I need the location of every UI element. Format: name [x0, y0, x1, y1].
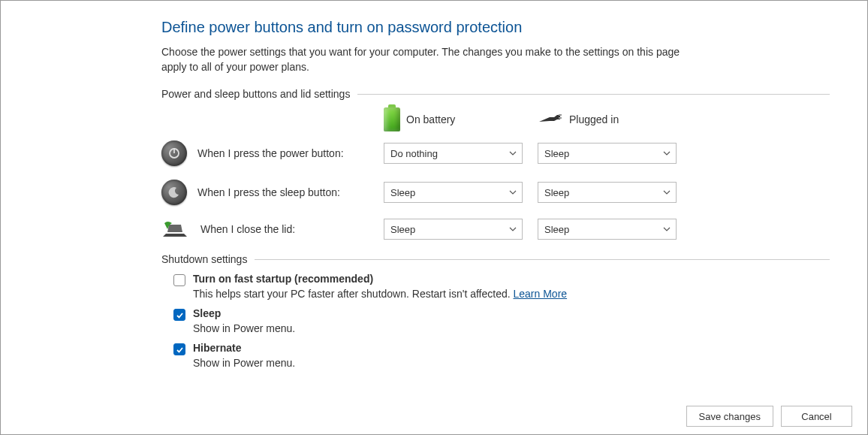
- select-sleep-plugged[interactable]: Sleep: [538, 182, 677, 203]
- svg-rect-1: [559, 117, 562, 119]
- select-power-plugged-value: Sleep: [544, 148, 569, 159]
- cancel-button[interactable]: Cancel: [781, 406, 852, 427]
- plug-icon: [538, 113, 563, 126]
- label-sleep: Sleep: [193, 307, 221, 319]
- section-power-lid-label: Power and sleep buttons and lid settings: [161, 88, 357, 100]
- select-power-plugged[interactable]: Sleep: [538, 143, 677, 164]
- select-sleep-plugged-value: Sleep: [544, 187, 569, 198]
- desc-fast-startup: This helps start your PC faster after sh…: [193, 288, 514, 300]
- checkbox-fast-startup[interactable]: [173, 274, 185, 286]
- row-sleep-label: When I press the sleep button:: [197, 186, 340, 198]
- chevron-down-icon: [508, 188, 517, 197]
- select-lid-plugged-value: Sleep: [544, 224, 569, 235]
- desc-sleep: Show in Power menu.: [193, 322, 830, 334]
- select-power-battery[interactable]: Do nothing: [384, 143, 523, 164]
- desc-hibernate: Show in Power menu.: [193, 357, 830, 369]
- chevron-down-icon: [662, 149, 671, 158]
- divider: [255, 259, 830, 260]
- select-sleep-battery[interactable]: Sleep: [384, 182, 523, 203]
- col-header-battery: On battery: [406, 113, 455, 125]
- select-lid-battery[interactable]: Sleep: [384, 219, 523, 240]
- row-power-label: When I press the power button:: [197, 147, 344, 159]
- row-lid-label: When I close the lid:: [200, 223, 295, 235]
- section-shutdown: Shutdown settings: [161, 253, 830, 265]
- lid-icon: [161, 219, 190, 240]
- select-power-battery-value: Do nothing: [390, 148, 438, 159]
- divider: [357, 94, 830, 95]
- select-lid-plugged[interactable]: Sleep: [538, 219, 677, 240]
- sleep-icon: [161, 180, 187, 205]
- select-lid-battery-value: Sleep: [390, 224, 415, 235]
- page-title: Define power buttons and turn on passwor…: [161, 19, 830, 36]
- checkbox-hibernate[interactable]: [173, 343, 185, 355]
- battery-icon: [384, 107, 400, 131]
- col-header-plugged: Plugged in: [569, 113, 619, 125]
- label-fast-startup: Turn on fast startup (recommended): [193, 273, 373, 285]
- chevron-down-icon: [508, 149, 517, 158]
- svg-rect-0: [559, 114, 562, 116]
- section-shutdown-label: Shutdown settings: [161, 253, 255, 265]
- chevron-down-icon: [508, 225, 517, 234]
- page-subtitle: Choose the power settings that you want …: [161, 45, 702, 74]
- section-power-lid: Power and sleep buttons and lid settings: [161, 88, 830, 100]
- chevron-down-icon: [662, 225, 671, 234]
- save-button[interactable]: Save changes: [686, 406, 773, 427]
- chevron-down-icon: [662, 188, 671, 197]
- power-icon: [161, 140, 187, 166]
- select-sleep-battery-value: Sleep: [390, 187, 415, 198]
- checkbox-sleep[interactable]: [173, 309, 185, 321]
- link-learn-more[interactable]: Learn More: [514, 288, 568, 300]
- label-hibernate: Hibernate: [193, 342, 242, 354]
